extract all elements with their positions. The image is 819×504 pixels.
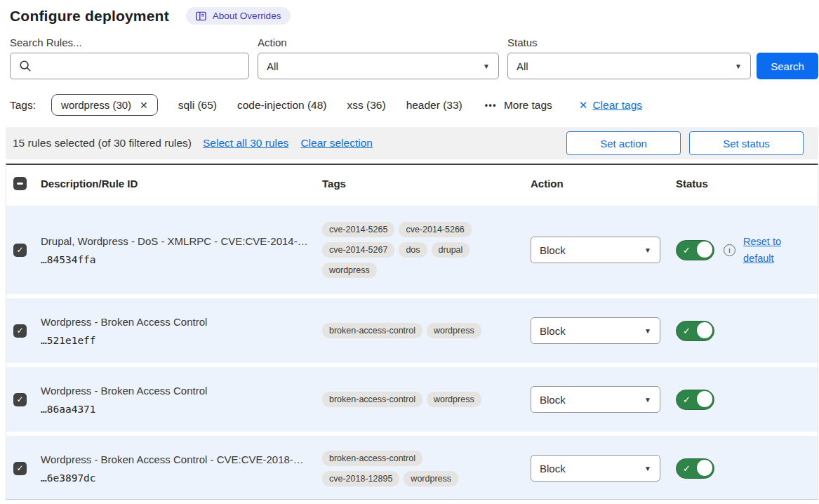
clear-tags-link[interactable]: ✕ Clear tags [579,99,642,112]
toggle-knob [697,460,713,476]
rule-status-cell: ✓ [676,390,714,410]
chevron-down-icon: ▼ [483,62,490,70]
page-header: Configure deployment About Overrides [0,0,819,25]
action-select[interactable]: Block ▼ [531,237,660,263]
rule-description-cell: Wordpress - Broken Access Control …521e1… [41,316,322,346]
toggle-knob [697,241,713,258]
rule-tag: cve-2014-5265 [322,222,394,237]
rule-tag: wordpress [427,392,481,407]
action-select-value: Block [540,394,566,406]
action-filter-select[interactable]: All ▼ [258,53,499,79]
check-icon: ✓ [683,394,691,405]
rule-description: Wordpress - Broken Access Control [41,316,322,328]
search-rules-label: Search Rules... [10,37,249,48]
check-icon: ✓ [683,326,691,336]
rule-id: …84534ffa [41,254,322,265]
filter-bar: Search Rules... Action All ▼ Status All … [10,37,819,79]
status-toggle[interactable]: ✓ [676,240,714,260]
status-toggle[interactable]: ✓ [676,321,714,341]
rule-tag: broken-access-control [322,451,422,466]
selected-tag-label: wordpress (30) [61,99,131,111]
remove-tag-icon[interactable]: ✕ [140,100,148,111]
rule-action-cell: Block ▼ [531,317,660,344]
action-select[interactable]: Block ▼ [531,317,660,344]
more-tags-button[interactable]: ••• More tags [485,99,552,112]
search-rules-input[interactable] [39,60,240,73]
chevron-down-icon: ▼ [735,62,742,70]
table-row: ✓ Wordpress - Broken Access Control …86a… [6,367,818,432]
more-tags-label: More tags [504,99,552,112]
close-icon: ✕ [579,99,588,112]
row-checkbox[interactable]: ✓ [13,324,27,338]
table-row: ✓ Wordpress - Broken Access Control …521… [6,298,818,363]
column-status: Status [676,178,708,190]
status-toggle[interactable]: ✓ [676,458,714,479]
chevron-down-icon: ▼ [644,327,651,335]
column-action: Action [531,178,660,190]
row-checkbox[interactable]: ✓ [13,244,27,257]
rule-tag: cve-2014-5267 [322,242,394,258]
header-checkbox-cell [6,177,41,190]
search-rules-box [10,53,249,79]
set-status-button[interactable]: Set status [689,131,804,155]
rule-tag: cve-2018-12895 [322,471,399,486]
rule-tag: drupal [432,242,470,258]
rule-description: Wordpress - Broken Access Control - CVE:… [41,453,322,465]
info-icon: i [724,244,735,256]
action-filter-label: Action [258,37,499,48]
status-filter-group: Status All ▼ [499,37,751,79]
selection-bar: 15 rules selected (of 30 filtered rules)… [6,127,818,159]
table-row: ✓ Drupal, Wordpress - DoS - XMLRPC - CVE… [6,206,818,294]
check-icon: ✓ [683,463,691,474]
table-header: Description/Rule ID Tags Action Status [6,165,818,201]
row-checkbox[interactable]: ✓ [13,462,27,475]
row-checkbox[interactable]: ✓ [13,393,27,406]
status-toggle[interactable]: ✓ [676,390,714,410]
status-filter-label: Status [507,37,751,48]
rule-tag: broken-access-control [322,392,422,407]
check-icon: ✓ [683,245,691,256]
table-row: ✓ Wordpress - Broken Access Control - CV… [6,436,818,500]
action-select[interactable]: Block ▼ [531,386,660,413]
tag-option-xss[interactable]: xss (36) [347,99,386,112]
rule-description-cell: Drupal, Wordpress - DoS - XMLRPC - CVE:C… [41,235,322,265]
tag-option-header[interactable]: header (33) [406,99,462,112]
rule-status-cell: ✓ [676,321,714,341]
rule-id: …521e1eff [41,335,322,346]
set-action-button[interactable]: Set action [566,131,681,155]
chevron-down-icon: ▼ [644,246,651,254]
rule-tag: broken-access-control [322,323,422,338]
toggle-knob [697,391,713,407]
chevron-down-icon: ▼ [644,465,651,472]
action-select[interactable]: Block ▼ [531,455,660,482]
tags-label: Tags: [10,99,36,112]
chevron-down-icon: ▼ [644,396,651,404]
selection-summary: 15 rules selected (of 30 filtered rules) [13,137,192,150]
indeterminate-icon [17,183,23,185]
reset-to-default-link[interactable]: Reset to default [743,233,788,267]
rule-tags-cell: broken-access-control wordpress [322,323,493,338]
search-button[interactable]: Search [757,53,818,79]
select-all-link[interactable]: Select all 30 rules [203,137,288,150]
action-filter-group: Action All ▼ [249,37,499,79]
toggle-knob [697,322,713,338]
selected-tag-chip-wordpress[interactable]: wordpress (30) ✕ [51,94,158,116]
about-overrides-badge[interactable]: About Overrides [186,7,291,25]
rule-status-cell: ✓ [676,458,714,479]
rules-table: Description/Rule ID Tags Action Status ✓… [6,164,818,500]
rule-action-cell: Block ▼ [531,386,660,413]
tag-option-code-injection[interactable]: code-injection (48) [237,99,327,112]
select-all-checkbox[interactable] [13,177,27,190]
rule-tag: dos [399,242,427,258]
row-checkbox-cell: ✓ [6,244,41,257]
action-select-value: Block [540,325,566,337]
search-icon [19,60,32,72]
status-filter-select[interactable]: All ▼ [507,53,751,79]
rule-tag: cve-2014-5266 [399,222,471,237]
rule-tags-cell: broken-access-control wordpress [322,392,493,407]
tag-option-sqli[interactable]: sqli (65) [178,99,217,112]
row-checkbox-cell: ✓ [6,462,41,475]
action-select-value: Block [540,463,566,475]
clear-selection-link[interactable]: Clear selection [300,137,373,150]
row-checkbox-cell: ✓ [6,324,41,338]
